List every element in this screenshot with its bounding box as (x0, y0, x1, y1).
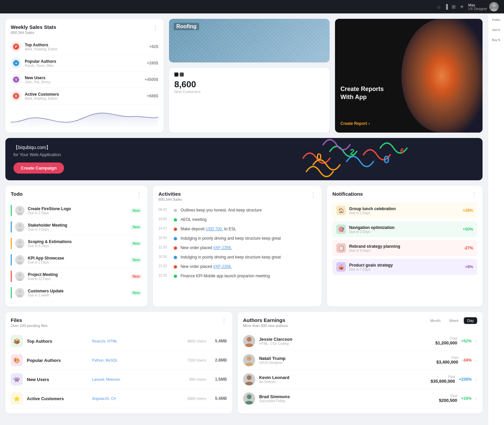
notif-due: Due in 7 Days (349, 268, 461, 271)
svg-text:P: P (15, 45, 17, 49)
weekly-sales-header: Weekly Sales Stats 890,344 Sales ⋮ (11, 24, 158, 35)
todo-item: Create FireStone Logo Due in 2 Days New (11, 202, 142, 219)
author-row-kevin: Kevin Leonard Art Director Paid $35,600,… (243, 370, 477, 389)
weekly-sales-title: Weekly Sales Stats (11, 24, 56, 30)
chevron-right-icon[interactable]: › (475, 396, 477, 401)
act-link[interactable]: USD 700. (206, 227, 223, 231)
user-name: Max (468, 3, 487, 7)
sidebar-tab-prebu[interactable]: Prebu (491, 16, 501, 23)
user-avatar[interactable] (489, 2, 499, 11)
todo-avatar (15, 239, 24, 248)
act-link[interactable]: #XF-2356. (213, 264, 232, 269)
chevron-right-icon[interactable]: › (475, 377, 477, 382)
svg-point-20 (18, 257, 21, 260)
chevron-right-icon[interactable]: › (475, 338, 477, 344)
notif-item-navigation: 🎯 Navigation optimization Due in 2 Days … (332, 221, 477, 237)
file-tech: Laravel, Metronic (92, 377, 153, 381)
create-campaign-button[interactable]: Create Campaign (13, 162, 64, 174)
file-row-active-customers: ⭐ Active Customers AngularJS, C# 4600 Us… (11, 389, 227, 408)
file-icon-active-customers: ⭐ (11, 392, 23, 405)
act-time: 10:00 (158, 217, 170, 221)
file-row-new-users: 👾 New Users Laravel, Metronic 890 Users … (11, 370, 227, 389)
author-role-brad: Successful Fellas (259, 399, 356, 403)
todo-bar (11, 238, 12, 249)
sun-icon[interactable]: ☀ (460, 4, 464, 9)
tab-month[interactable]: Month (427, 317, 444, 324)
todo-badge: New (130, 208, 143, 213)
top-authors-val: +82$ (149, 44, 158, 49)
tab-day[interactable]: Day (464, 317, 477, 324)
popular-authors-icon: ✈ (11, 58, 21, 68)
new-customers-number: 8,600 (174, 79, 325, 90)
activities-subtitle: 890,344 Sales (158, 197, 182, 201)
activities-menu[interactable]: ⋮ (310, 191, 316, 198)
todo-due: Due in 2 Days (28, 261, 127, 264)
svg-text:2: 2 (350, 147, 354, 156)
sidebar-tab-buy-n[interactable]: Buy N (491, 36, 502, 44)
todo-due: Due in 2 Days (28, 211, 127, 215)
chevron-right-icon: › (369, 121, 370, 126)
author-paid-label: Paid (360, 394, 457, 398)
svg-text:✈: ✈ (15, 61, 17, 65)
todo-header: Todo ⋮ (11, 191, 142, 198)
todo-bar (11, 254, 12, 266)
todo-badge: New (130, 241, 143, 246)
todo-menu[interactable]: ⋮ (136, 191, 142, 198)
notifications-menu[interactable]: ⋮ (471, 191, 477, 198)
file-name: Top Authors (27, 339, 88, 344)
create-report-link[interactable]: Create Report › (340, 121, 477, 126)
act-time: 21:03 (158, 245, 170, 249)
act-link[interactable]: #XF-2356. (213, 245, 232, 250)
activity-item: 10:30 Finance KPI Mobile app launch prep… (158, 271, 316, 281)
author-role-jessie: HTML, CSS Coding (259, 342, 356, 345)
activity-item: 21:03 New order placed #XF-2356. (158, 262, 316, 271)
notif-icon-product-goals: 🎪 (336, 262, 346, 272)
author-avatar-natali (243, 354, 255, 366)
topbar: ⌕ ▐ ⊞ ☀ Max UX Designer (0, 0, 504, 13)
roofing-col: Roofing 8,600 New Customers (169, 19, 330, 133)
equalizer-icon[interactable]: ▐ (444, 4, 448, 9)
sidebar-tab-get-h[interactable]: Get H (491, 26, 502, 34)
todo-bar (11, 287, 12, 298)
stat-row-new-users: V New Users John, Pat, Jimmy +4500$ (11, 72, 158, 88)
todo-item: Scoping & Estimations Due in 5 Days New (11, 235, 142, 252)
todo-avatar (15, 222, 24, 232)
grid-icon[interactable]: ⊞ (452, 4, 456, 9)
todo-avatar (15, 206, 24, 215)
svg-point-32 (247, 394, 251, 399)
act-text: Make deposit USD 700. to ESL (180, 227, 316, 231)
file-name: Active Customers (27, 396, 88, 401)
files-subtitle: Over 100 pending files (11, 324, 48, 328)
create-reports-card: Create ReportsWith App Create Report › (335, 19, 483, 133)
act-time: 10:30 (158, 274, 170, 277)
notif-due: Due in 5 Days (349, 249, 460, 252)
svg-point-17 (17, 229, 22, 232)
files-header: Files Over 100 pending files ⋮ (11, 317, 227, 328)
notif-pct: +50% (463, 227, 473, 232)
svg-point-16 (18, 224, 21, 227)
file-size: 5.4MB (210, 339, 227, 343)
files-menu[interactable]: ⋮ (221, 317, 227, 325)
act-text: Indulging in poorly driving and keep str… (180, 255, 316, 259)
svg-point-15 (17, 212, 22, 215)
tab-week[interactable]: Week (446, 317, 462, 324)
weekly-sales-menu[interactable]: ⋮ (152, 24, 158, 32)
activity-item: 16:50 Indulging in poorly driving and ke… (158, 234, 316, 243)
new-users-icon: V (11, 74, 21, 85)
author-row-jessie: Jessie Clarcson HTML, CSS Coding Paid $1… (243, 332, 477, 351)
right-sidebar: Prebu Get H Buy N (488, 13, 504, 425)
todo-item: KPI App Showcase Due in 2 Days New (11, 252, 142, 268)
activity-list: 08:42 Outlines keep you honest. And keep… (158, 205, 316, 281)
files-card: Files Over 100 pending files ⋮ 📦 Top Aut… (5, 312, 232, 414)
notif-icon-group-lunch: 🏠 (336, 206, 346, 215)
act-dot (174, 275, 177, 278)
notif-item-product-goals: 🎪 Product goals strategy Due in 7 Days +… (332, 259, 477, 275)
author-paid-label: Paid (360, 356, 458, 360)
cust-icons (174, 73, 325, 77)
svg-point-33 (245, 401, 253, 405)
search-icon[interactable]: ⌕ (438, 4, 440, 9)
todo-list: Create FireStone Logo Due in 2 Days New … (11, 202, 142, 301)
chevron-right-icon[interactable]: › (475, 358, 477, 363)
author-amount-brad: $200,500 (360, 398, 457, 403)
file-size: 1.5MB (210, 377, 227, 382)
